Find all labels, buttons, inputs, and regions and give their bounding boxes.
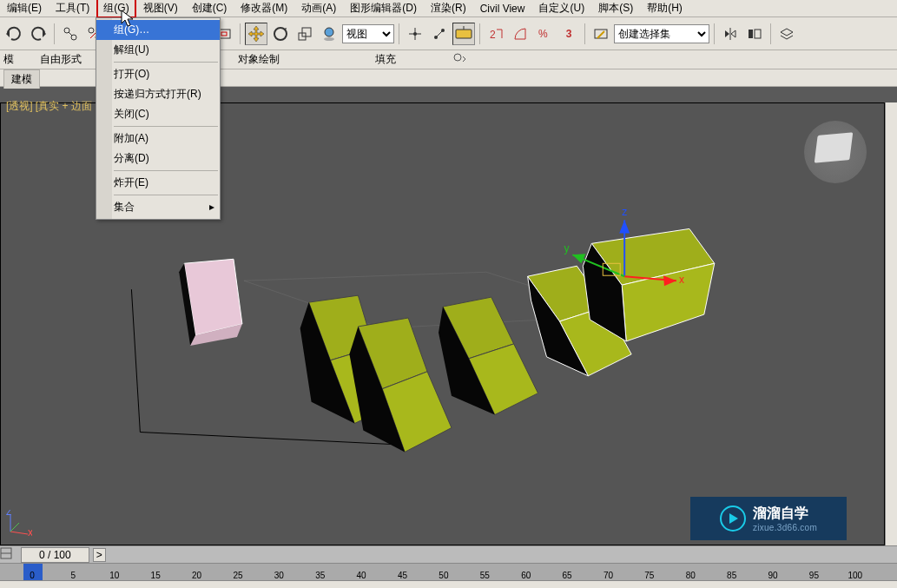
svg-point-3: [89, 28, 94, 33]
object-box-green-3[interactable]: [439, 297, 538, 414]
scale-icon[interactable]: [294, 23, 316, 45]
menu-animation[interactable]: 动画(A): [294, 0, 343, 18]
svg-rect-14: [302, 28, 311, 36]
menu-modifier[interactable]: 修改器(M): [234, 0, 294, 18]
menu-item-close[interactable]: 关闭(C): [96, 104, 220, 124]
svg-text:x: x: [28, 526, 32, 536]
menu-separator: [114, 62, 218, 63]
tick: 5: [64, 571, 82, 580]
menu-item-detach[interactable]: 分离(D): [96, 149, 220, 168]
tick: 40: [353, 571, 370, 580]
snap-angle-icon[interactable]: [509, 23, 531, 45]
svg-line-41: [10, 532, 28, 534]
tick: 65: [558, 571, 576, 580]
time-step-forward[interactable]: >: [93, 548, 106, 562]
group-menu-dropdown: 组(G)… 解组(U) 打开(O) 按递归方式打开(R) 关闭(C) 附加(A)…: [96, 17, 221, 220]
tick: 70: [599, 571, 617, 580]
tick: 95: [805, 571, 822, 580]
menu-tools[interactable]: 工具(T): [49, 0, 96, 18]
named-selection-set-select[interactable]: 创建选择集: [614, 24, 709, 43]
menu-script[interactable]: 脚本(S): [591, 0, 640, 18]
menu-customize[interactable]: 自定义(U): [531, 0, 591, 18]
menu-item-group[interactable]: 组(G)…: [96, 20, 220, 40]
tick: 75: [641, 571, 658, 580]
ruler-ticks: 0 5 10 15 20 25 30 35 40 45 50 55 60 65 …: [23, 564, 864, 580]
tick: 60: [518, 571, 535, 580]
keyboard-shortcut-icon[interactable]: [452, 23, 475, 45]
tick: 15: [147, 571, 164, 580]
command-panel-edge[interactable]: [885, 102, 897, 545]
watermark-url: zixue.3d66.com: [753, 523, 817, 532]
object-box-pink[interactable]: [179, 259, 242, 346]
ribbon-tab-modeling[interactable]: 建模: [3, 69, 40, 89]
move-icon[interactable]: [245, 23, 267, 45]
watermark-title: 溜溜自学: [753, 505, 817, 523]
undo-icon[interactable]: [3, 23, 25, 45]
snap-2d-icon[interactable]: 2: [485, 23, 507, 45]
ribbon-label-fill[interactable]: 填充: [375, 52, 396, 67]
svg-rect-27: [749, 30, 753, 38]
rotate-icon[interactable]: [269, 23, 292, 45]
menu-create[interactable]: 创建(C): [185, 0, 234, 18]
time-config-icon[interactable]: [0, 547, 16, 562]
redo-icon[interactable]: [27, 23, 49, 45]
edit-named-sel-icon[interactable]: [590, 23, 612, 45]
menu-edit[interactable]: 编辑(E): [0, 0, 49, 18]
tick: 0: [23, 571, 41, 580]
viewcube[interactable]: [804, 121, 867, 183]
svg-rect-11: [221, 32, 227, 36]
svg-point-12: [274, 28, 287, 40]
ribbon-label-freeform[interactable]: 自由形式: [40, 52, 82, 67]
menu-civil-view[interactable]: Civil View: [473, 0, 532, 17]
svg-line-22: [436, 30, 443, 37]
time-slider[interactable]: 0 / 100 >: [0, 545, 897, 563]
place-icon[interactable]: [318, 23, 340, 45]
menu-separator: [114, 195, 218, 195]
menu-item-assembly[interactable]: 集合▸: [96, 197, 220, 217]
tick: 10: [106, 571, 123, 580]
menu-item-open[interactable]: 打开(O): [96, 64, 220, 84]
tick: 85: [723, 571, 741, 580]
ribbon-dropdown-icon[interactable]: [453, 53, 467, 66]
menu-item-explode[interactable]: 炸开(E): [96, 173, 220, 193]
time-ruler[interactable]: 0 5 10 15 20 25 30 35 40 45 50 55 60 65 …: [0, 563, 897, 580]
menu-render[interactable]: 渲染(R): [424, 0, 473, 18]
pivot-icon[interactable]: [404, 23, 426, 45]
svg-point-29: [454, 54, 461, 61]
manipulate-icon[interactable]: [428, 23, 451, 45]
svg-line-31: [140, 433, 408, 446]
menu-item-attach[interactable]: 附加(A): [96, 129, 220, 149]
tick: 30: [270, 571, 287, 580]
watermark: 溜溜自学 zixue.3d66.com: [690, 497, 847, 540]
object-box-green-2[interactable]: [349, 318, 452, 452]
tick: 50: [435, 571, 452, 580]
tick: 55: [476, 571, 493, 580]
svg-point-16: [324, 37, 334, 41]
menu-separator: [114, 126, 218, 127]
time-frame-display[interactable]: 0 / 100: [21, 547, 89, 563]
menu-graph-editor[interactable]: 图形编辑器(D): [343, 0, 424, 18]
menu-group[interactable]: 组(G): [96, 0, 135, 18]
svg-text:z: z: [622, 206, 627, 218]
svg-text:y: y: [564, 242, 569, 254]
tick: 80: [682, 571, 699, 580]
menu-item-ungroup[interactable]: 解组(U): [96, 40, 220, 60]
object-box-green-5[interactable]: [583, 228, 714, 340]
svg-line-2: [69, 32, 72, 36]
snap-percent-icon[interactable]: %: [533, 23, 556, 45]
spinner-snap-icon[interactable]: 3: [557, 23, 580, 45]
ribbon-label-objpaint[interactable]: 对象绘制: [238, 52, 280, 67]
menu-view[interactable]: 视图(V): [136, 0, 185, 18]
align-icon[interactable]: [743, 23, 766, 45]
menu-bar: 编辑(E) 工具(T) 组(G) 视图(V) 创建(C) 修改器(M) 动画(A…: [0, 0, 897, 17]
mirror-icon[interactable]: [719, 23, 742, 45]
link-icon[interactable]: [59, 23, 82, 45]
tick: 90: [764, 571, 782, 580]
tick: 25: [229, 571, 247, 580]
ref-coord-sys-select[interactable]: 视图: [342, 24, 394, 43]
layers-icon[interactable]: [775, 23, 798, 45]
ribbon-label-model[interactable]: 模: [3, 52, 14, 67]
svg-text:z: z: [6, 510, 11, 518]
menu-item-open-recursive[interactable]: 按递归方式打开(R): [96, 84, 220, 104]
menu-help[interactable]: 帮助(H): [640, 0, 689, 18]
